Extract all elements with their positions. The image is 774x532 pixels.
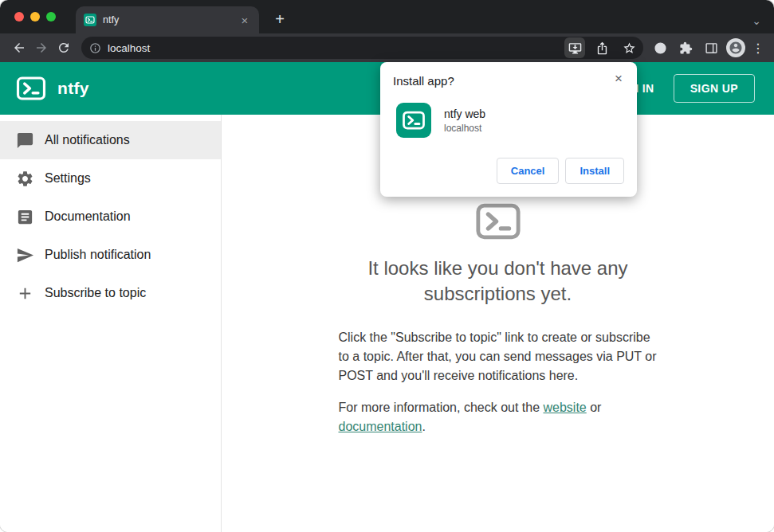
- ntfy-logo-icon: [16, 73, 46, 104]
- ntfy-favicon-icon: [84, 14, 96, 26]
- empty-state-heading: It looks like you don't have any subscri…: [331, 256, 666, 307]
- profile-person-icon: [729, 41, 743, 55]
- send-icon: [16, 246, 34, 264]
- reload-button[interactable]: [53, 37, 75, 59]
- sidebar-item-publish-notification[interactable]: Publish notification: [0, 236, 221, 274]
- dialog-title: Install app?: [393, 74, 624, 88]
- install-app-icon: [568, 41, 582, 55]
- back-button[interactable]: [8, 37, 30, 59]
- tab-search-chevron-icon[interactable]: ⌄: [752, 14, 761, 27]
- browser-toolbar: localhost: [0, 33, 774, 62]
- browser-window: ntfy × + ⌄ localhost: [0, 0, 774, 532]
- url-text: localhost: [108, 42, 558, 54]
- dialog-actions: Cancel Install: [393, 158, 624, 184]
- share-button[interactable]: [591, 37, 612, 58]
- sidebar-item-documentation[interactable]: Documentation: [0, 198, 221, 236]
- toolbar-right-icons: ⋮: [650, 37, 766, 58]
- chat-icon: [16, 131, 34, 150]
- more-info-suffix: .: [422, 420, 425, 433]
- sidebar-item-all-notifications[interactable]: All notifications: [0, 121, 221, 159]
- dialog-app-row: ntfy web localhost: [393, 103, 624, 138]
- empty-state-logo-icon: [475, 198, 521, 244]
- extensions-puzzle-icon: [679, 41, 693, 55]
- more-info-middle: or: [587, 401, 602, 414]
- dialog-app-texts: ntfy web localhost: [444, 108, 485, 134]
- ntfy-app-icon: [396, 103, 431, 138]
- bookmark-button[interactable]: [619, 37, 639, 58]
- reload-icon: [57, 41, 71, 55]
- empty-state-body: Click the "Subscribe to topic" link to c…: [339, 307, 658, 436]
- forward-icon: [34, 41, 49, 55]
- back-icon: [12, 41, 26, 55]
- tab-close-icon[interactable]: ×: [238, 14, 251, 26]
- website-link[interactable]: website: [544, 401, 587, 414]
- brand-title: ntfy: [57, 79, 89, 98]
- dialog-app-origin: localhost: [444, 123, 485, 134]
- browser-tab-ntfy[interactable]: ntfy ×: [76, 6, 259, 33]
- close-window-button[interactable]: [14, 12, 24, 22]
- password-manager-keyhole-icon: [654, 41, 667, 55]
- share-icon: [595, 41, 609, 55]
- sidebar-item-label: Publish notification: [45, 248, 151, 262]
- forward-button[interactable]: [30, 37, 53, 59]
- zoom-window-button[interactable]: [46, 12, 56, 22]
- dialog-close-icon[interactable]: ×: [611, 71, 627, 87]
- sidebar-item-label: Subscribe to topic: [45, 286, 146, 300]
- extensions-button[interactable]: [675, 37, 696, 58]
- install-app-dialog: Install app? × ntfy web localhost Cancel…: [380, 62, 637, 197]
- dialog-app-name: ntfy web: [444, 108, 485, 120]
- minimize-window-button[interactable]: [30, 12, 40, 22]
- profile-avatar[interactable]: [726, 38, 745, 57]
- tab-title: ntfy: [103, 14, 232, 25]
- cancel-button[interactable]: Cancel: [497, 158, 560, 184]
- titlebar: ntfy × + ⌄: [0, 0, 774, 33]
- sidebar-item-label: All notifications: [45, 133, 130, 147]
- article-icon: [16, 208, 34, 226]
- empty-state-more-info: For more information, check out the webs…: [339, 398, 658, 436]
- plus-icon: [16, 284, 34, 303]
- gear-icon: [16, 170, 34, 188]
- side-panel-button[interactable]: [701, 37, 721, 58]
- sidebar: All notifications Settings Documentation…: [0, 115, 222, 532]
- sidebar-item-subscribe-to-topic[interactable]: Subscribe to topic: [0, 274, 221, 312]
- sidebar-item-settings[interactable]: Settings: [0, 159, 221, 198]
- password-manager-extension-button[interactable]: [650, 37, 670, 58]
- site-info-icon[interactable]: [89, 42, 101, 54]
- empty-state-paragraph: Click the "Subscribe to topic" link to c…: [339, 328, 658, 385]
- new-tab-button[interactable]: +: [270, 10, 289, 29]
- install-app-button[interactable]: [564, 37, 585, 58]
- install-button[interactable]: Install: [565, 158, 624, 184]
- side-panel-icon: [705, 41, 718, 55]
- address-bar[interactable]: localhost: [81, 37, 643, 59]
- more-info-prefix: For more information, check out the: [339, 401, 544, 414]
- sign-up-button[interactable]: SIGN UP: [674, 74, 755, 103]
- browser-menu-button[interactable]: ⋮: [750, 41, 766, 56]
- sidebar-item-label: Documentation: [45, 209, 131, 224]
- traffic-lights: [14, 12, 56, 22]
- sidebar-item-label: Settings: [45, 171, 91, 186]
- documentation-link[interactable]: documentation: [339, 420, 422, 433]
- bookmark-star-icon: [623, 41, 636, 55]
